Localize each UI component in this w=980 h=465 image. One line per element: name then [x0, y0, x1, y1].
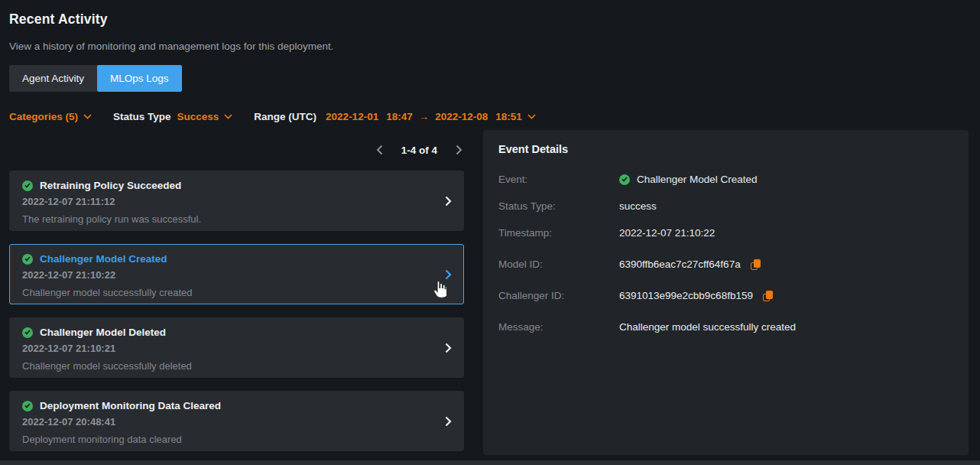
event-title: Retraining Policy Succeeded — [40, 180, 181, 191]
chevron-right-icon[interactable] — [445, 269, 452, 280]
detail-label: Event: — [498, 174, 619, 185]
chevron-down-icon — [527, 114, 536, 119]
chevron-down-icon — [224, 114, 232, 119]
status-success-icon — [22, 180, 33, 191]
copy-icon[interactable] — [751, 259, 761, 270]
range-start-time: 18:47 — [386, 111, 413, 122]
event-details-title: Event Details — [498, 143, 953, 155]
status-type-label: Status Type — [113, 111, 171, 122]
main-content-row: 1-4 of 4 Retraining Policy Succeeded 202… — [9, 130, 969, 455]
status-success-icon — [22, 327, 33, 338]
event-timestamp: 2022-12-07 21:10:21 — [22, 343, 451, 354]
pagination-range-label: 1-4 of 4 — [401, 145, 437, 156]
copy-icon[interactable] — [763, 291, 773, 301]
event-description: Deployment monitoring data cleared — [22, 434, 451, 445]
event-details-rows: Event: Challenger Model Created Status T… — [498, 174, 953, 333]
detail-value-challenger-id: 6391013e99e2cbb9c68fb159 — [619, 290, 753, 301]
chevron-right-icon[interactable] — [445, 196, 452, 206]
horizontal-scrollbar[interactable] — [0, 460, 980, 465]
chevron-down-icon — [83, 114, 92, 119]
filter-bar: Categories (5) Status Type Success Range… — [9, 110, 969, 123]
event-list-item-selected[interactable]: Challenger Model Created 2022-12-07 21:1… — [9, 244, 464, 304]
page-subtitle: View a history of monitoring and managem… — [9, 41, 969, 52]
detail-value-event: Challenger Model Created — [637, 174, 758, 185]
pagination-next-button[interactable] — [456, 145, 462, 155]
detail-label: Message: — [498, 321, 619, 333]
event-details-panel: Event Details Event: Challenger Model Cr… — [483, 130, 969, 455]
event-timestamp: 2022-12-07 20:48:41 — [22, 416, 451, 428]
detail-value-timestamp: 2022-12-07 21:10:22 — [619, 227, 715, 239]
detail-row-challenger-id: Challenger ID: 6391013e99e2cbb9c68fb159 — [498, 290, 953, 302]
pagination-prev-button[interactable] — [376, 145, 383, 155]
status-success-icon — [22, 254, 33, 265]
range-arrow-icon: → — [419, 111, 430, 122]
event-list-item[interactable]: Retraining Policy Succeeded 2022-12-07 2… — [9, 171, 464, 231]
event-list-item[interactable]: Deployment Monitoring Data Cleared 2022-… — [9, 391, 464, 451]
detail-row-timestamp: Timestamp: 2022-12-07 21:10:22 — [498, 227, 953, 239]
event-list-item[interactable]: Challenger Model Deleted 2022-12-07 21:1… — [9, 317, 464, 378]
activity-tabs: Agent Activity MLOps Logs — [9, 65, 969, 92]
categories-filter-label: Categories (5) — [9, 111, 78, 122]
range-label: Range (UTC) — [254, 111, 316, 122]
detail-value-model-id: 6390ffb6eac7c27cff64f67a — [619, 259, 741, 270]
detail-label: Timestamp: — [498, 227, 619, 239]
event-description: The retraining policy run was successful… — [22, 213, 451, 225]
detail-row-model-id: Model ID: 6390ffb6eac7c27cff64f67a — [498, 259, 953, 271]
detail-row-status-type: Status Type: success — [498, 200, 953, 213]
chevron-right-icon[interactable] — [445, 343, 452, 353]
range-end-date: 2022-12-08 — [435, 111, 488, 122]
chevron-right-icon[interactable] — [445, 416, 452, 427]
status-success-icon — [22, 401, 33, 411]
detail-row-message: Message: Challenger model successfully c… — [498, 321, 953, 333]
status-type-value: Success — [177, 111, 219, 122]
event-list-column: 1-4 of 4 Retraining Policy Succeeded 202… — [9, 130, 464, 451]
event-description: Challenger model successfully deleted — [22, 360, 451, 372]
categories-filter[interactable]: Categories (5) — [9, 111, 92, 122]
detail-label: Model ID: — [498, 259, 619, 270]
detail-value-message: Challenger model successfully created — [619, 321, 796, 333]
event-timestamp: 2022-12-07 21:10:22 — [22, 269, 451, 281]
detail-label: Status Type: — [498, 200, 619, 212]
detail-value-status-type: success — [619, 200, 657, 212]
detail-label: Challenger ID: — [498, 290, 619, 301]
event-title: Challenger Model Deleted — [40, 327, 166, 338]
event-title: Deployment Monitoring Data Cleared — [40, 400, 221, 411]
recent-activity-page: Recent Activity View a history of monito… — [0, 11, 980, 455]
tab-mlops-logs[interactable]: MLOps Logs — [97, 65, 182, 92]
pagination: 1-4 of 4 — [9, 142, 464, 158]
tab-agent-activity-label: Agent Activity — [22, 73, 84, 84]
status-success-icon — [619, 174, 630, 185]
detail-row-event: Event: Challenger Model Created — [498, 174, 953, 186]
event-description: Challenger model successfully created — [22, 287, 451, 298]
range-filter[interactable]: Range (UTC) 2022-12-01 18:47 → 2022-12-0… — [254, 111, 535, 122]
status-type-filter[interactable]: Status Type Success — [113, 111, 232, 122]
range-end-time: 18:51 — [495, 111, 522, 122]
tab-agent-activity[interactable]: Agent Activity — [9, 65, 97, 92]
event-title: Challenger Model Created — [40, 253, 167, 265]
page-title: Recent Activity — [9, 11, 969, 28]
event-timestamp: 2022-12-07 21:11:12 — [22, 196, 451, 207]
range-start-date: 2022-12-01 — [326, 111, 378, 122]
tab-mlops-logs-label: MLOps Logs — [110, 73, 169, 84]
